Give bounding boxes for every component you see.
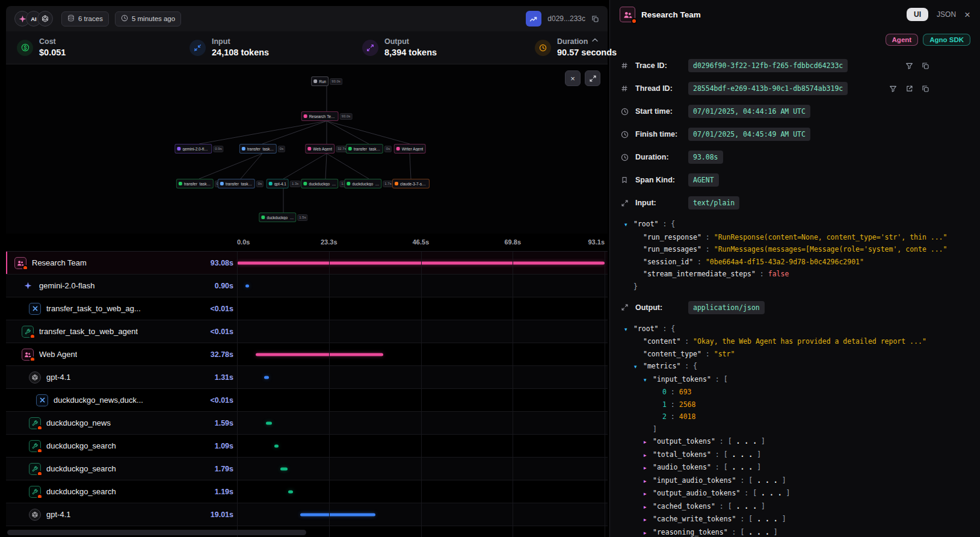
node-label: gemini-2.0-flash	[182, 147, 209, 151]
input-json-viewer: ▾"root" : {"run_response" : "RunResponse…	[610, 214, 980, 296]
clock-icon	[121, 14, 128, 23]
span-name: gpt-4.1	[46, 510, 70, 519]
filter-action-button[interactable]	[905, 62, 913, 70]
json-line: "session_id" : "0be664a4-df15-43a2-9d78-…	[624, 256, 974, 268]
span-bar[interactable]	[300, 513, 375, 516]
field-value[interactable]: 07/01/2025, 04:44:16 AM UTC	[688, 105, 810, 118]
span-duration: 1.19s	[210, 488, 237, 496]
field-value[interactable]: 28554bdf-e269-413b-90c1-db8574ab319c	[688, 82, 848, 95]
copy-trace-id-button[interactable]	[591, 15, 599, 23]
json-line: 1 : 2568	[624, 399, 974, 411]
graph-node[interactable]: Run 93.0s	[311, 76, 342, 86]
node-duration: 1.3s	[290, 181, 300, 187]
field-value[interactable]: application/json	[688, 301, 765, 314]
graph-node[interactable]: transfer_task_to... 0s	[218, 179, 263, 188]
graph-node[interactable]: duckduckgo_news 1.5s	[259, 213, 307, 222]
copy-value-button[interactable]	[922, 62, 929, 70]
open-external-button[interactable]	[905, 85, 913, 93]
trace-row[interactable]: duckduckgo_news 1.59s	[6, 412, 608, 435]
tab-ui[interactable]: UI	[907, 8, 928, 21]
traces-count-chip[interactable]: 6 traces	[61, 11, 109, 26]
copy-value-button[interactable]	[922, 85, 929, 93]
node-type-icon	[177, 147, 180, 151]
collapse-stats-button[interactable]	[591, 36, 599, 45]
expand-toggle-icon[interactable]: ▸	[644, 488, 653, 500]
span-name: gemini-2.0-flash	[39, 281, 95, 290]
collapse-toggle-icon[interactable]: ▾	[624, 323, 633, 336]
trace-topbar: AI 6 traces 5 minutes ago d029...233c	[6, 6, 608, 31]
graph-node[interactable]: transfer_task_to... 0s	[346, 144, 392, 154]
span-bar[interactable]	[237, 261, 605, 264]
trace-row[interactable]: gemini-2.0-flash 0.90s	[6, 275, 608, 297]
tools-icon	[36, 394, 48, 406]
waterfall-view-button[interactable]	[526, 11, 541, 26]
expand-toggle-icon[interactable]: ▸	[644, 436, 653, 449]
field-row: Span Kind: AGENT	[610, 169, 980, 191]
field-value[interactable]: 93.08s	[688, 151, 723, 164]
graph-node[interactable]: transfer_task_to... 0s	[176, 179, 222, 188]
graph-node[interactable]: Writer Agent	[394, 144, 426, 154]
scrollbar-thumb[interactable]	[7, 530, 306, 535]
graph-node[interactable]: Web Agent 32.7s	[305, 144, 348, 154]
collapse-toggle-icon[interactable]: ▾	[624, 219, 633, 231]
expand-toggle-icon[interactable]: ▸	[644, 501, 653, 514]
trace-row[interactable]: gpt-4.1 1.31s	[6, 366, 608, 389]
close-panel-button[interactable]: ×	[964, 10, 970, 20]
expand-graph-button[interactable]	[585, 70, 600, 86]
span-name-cell: duckduckgo_news 1.59s	[6, 417, 237, 429]
span-detail-panel: Research Team UI JSON × AgentAgno SDK Tr…	[609, 0, 980, 537]
span-bar[interactable]	[266, 421, 272, 424]
graph-node[interactable]: gpt-4.1 1.3s	[267, 179, 301, 188]
openai-icon	[29, 371, 41, 383]
span-bar[interactable]	[280, 467, 288, 470]
collapse-toggle-icon[interactable]: ▾	[634, 361, 643, 373]
hash-icon	[620, 85, 629, 92]
trace-row[interactable]: Research Team 93.08s	[6, 252, 608, 275]
span-name: Research Team	[32, 258, 87, 267]
field-value[interactable]: AGENT	[688, 173, 719, 187]
json-line: ▸"output_tokens" : [ . . . ]	[624, 435, 974, 449]
trace-row[interactable]: gpt-4.1 19.01s	[6, 503, 608, 526]
span-track	[237, 366, 605, 388]
graph-node[interactable]: gemini-2.0-flash 0.9s	[174, 144, 223, 154]
collapse-toggle-icon[interactable]: ▾	[644, 374, 653, 386]
span-duration: 1.09s	[210, 442, 237, 450]
span-bar[interactable]	[264, 376, 270, 379]
graph-node[interactable]: claude-3-7-sonnet...	[392, 179, 430, 188]
span-title: Research Team	[641, 10, 701, 19]
trace-row[interactable]: transfer_task_to_web_ag... <0.01s	[6, 297, 608, 320]
clock-icon	[535, 40, 551, 56]
trace-row[interactable]: duckduckgo_search 1.09s	[6, 435, 608, 458]
span-bar[interactable]	[245, 284, 249, 287]
close-graph-button[interactable]: ×	[565, 70, 581, 86]
field-value[interactable]: d0296f90-3f22-12fb-f265-fdbbcd64233c	[688, 59, 848, 72]
expand-toggle-icon[interactable]: ▸	[644, 449, 653, 462]
trace-row[interactable]: duckduckgo_search 1.79s	[6, 458, 608, 480]
graph-node[interactable]: transfer_task_... 0s	[239, 144, 285, 154]
span-bar[interactable]	[274, 444, 279, 447]
node-label: duckduckgo_s...	[309, 182, 336, 186]
horizontal-scrollbar[interactable]	[7, 530, 602, 535]
node-label: gpt-4.1	[274, 182, 286, 186]
span-bar[interactable]	[288, 490, 293, 493]
trace-row[interactable]: Web Agent 32.78s	[6, 343, 608, 366]
expand-toggle-icon[interactable]: ▸	[644, 527, 653, 537]
stat-cost: Cost $0.051	[17, 37, 190, 58]
team-icon	[14, 257, 26, 269]
tab-json[interactable]: JSON	[937, 10, 956, 19]
trace-row[interactable]: duckduckgo_news,duck... <0.01s	[6, 389, 608, 412]
field-value[interactable]: text/plain	[688, 196, 739, 210]
expand-toggle-icon[interactable]: ▸	[644, 514, 653, 526]
graph-node[interactable]: duckduckgo_s... 1.0s	[301, 179, 350, 188]
trace-row[interactable]: transfer_task_to_web_agent <0.01s	[6, 320, 608, 343]
span-bar[interactable]	[256, 353, 383, 356]
graph-node[interactable]: duckduckgo_s... 1.7s	[344, 179, 393, 188]
expand-toggle-icon[interactable]: ▸	[644, 475, 653, 488]
expand-toggle-icon[interactable]: ▸	[644, 462, 653, 474]
filter-action-button[interactable]	[889, 85, 897, 93]
graph-node[interactable]: Research Team 93.0s	[301, 111, 353, 121]
span-name: transfer_task_to_web_agent	[39, 327, 138, 336]
field-value[interactable]: 07/01/2025, 04:45:49 AM UTC	[688, 128, 810, 141]
field-label: Thread ID:	[635, 84, 682, 93]
trace-row[interactable]: duckduckgo_search 1.19s	[6, 480, 608, 503]
